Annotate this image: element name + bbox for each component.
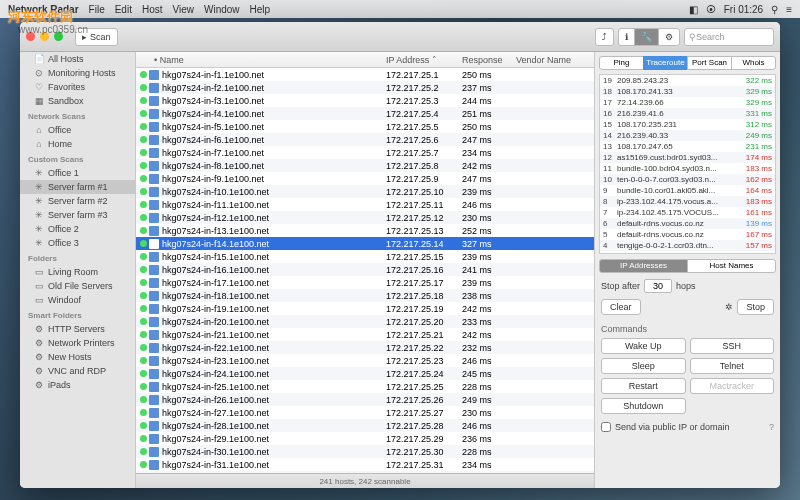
host-row[interactable]: hkg07s24-in-f22.1e100.net172.217.25.2223… — [136, 341, 594, 354]
sidebar-item[interactable]: ⚙VNC and RDP — [20, 364, 135, 378]
host-row[interactable]: hkg07s24-in-f25.1e100.net172.217.25.2522… — [136, 380, 594, 393]
sidebar-item[interactable]: 📄All Hosts — [20, 52, 135, 66]
host-row[interactable]: hkg07s24-in-f23.1e100.net172.217.25.2324… — [136, 354, 594, 367]
menu-edit[interactable]: Edit — [115, 4, 132, 15]
host-row[interactable]: hkg07s24-in-f14.1e100.net172.217.25.1432… — [136, 237, 594, 250]
trace-row[interactable]: 19209.85.243.23322 ms — [600, 75, 775, 86]
ssh-button[interactable]: SSH — [690, 338, 775, 354]
settings-tab-button[interactable]: ⚙ — [658, 28, 680, 46]
sidebar-item[interactable]: ♡Favorites — [20, 80, 135, 94]
shutdown-button[interactable]: Shutdown — [601, 398, 686, 414]
col-ip[interactable]: IP Address ˄ — [386, 55, 462, 65]
menubar-icon[interactable]: ◧ — [689, 4, 698, 15]
host-row[interactable]: hkg07s24-in-f6.1e100.net172.217.25.6247 … — [136, 133, 594, 146]
wakeup-button[interactable]: Wake Up — [601, 338, 686, 354]
seg-host-names[interactable]: Host Names — [687, 259, 776, 273]
restart-button[interactable]: Restart — [601, 378, 686, 394]
sidebar-item[interactable]: ⌂Home — [20, 137, 135, 151]
host-row[interactable]: hkg07s24-in-f26.1e100.net172.217.25.2624… — [136, 393, 594, 406]
sidebar-item[interactable]: ✳Office 2 — [20, 222, 135, 236]
trace-row[interactable]: 16216.239.41.6331 ms — [600, 108, 775, 119]
sidebar-item[interactable]: ✳Server farm #3 — [20, 208, 135, 222]
col-vendor[interactable]: Vendor Name — [516, 55, 594, 65]
sidebar-item[interactable]: ⊙Monitoring Hosts — [20, 66, 135, 80]
clear-button[interactable]: Clear — [601, 299, 641, 315]
menu-icon[interactable]: ≡ — [786, 4, 792, 15]
host-row[interactable]: hkg07s24-in-f8.1e100.net172.217.25.8242 … — [136, 159, 594, 172]
sidebar-item[interactable]: ⌂Office — [20, 123, 135, 137]
host-row[interactable]: hkg07s24-in-f21.1e100.net172.217.25.2124… — [136, 328, 594, 341]
menu-view[interactable]: View — [173, 4, 195, 15]
trace-row[interactable]: 18108.170.241.33329 ms — [600, 86, 775, 97]
search-input[interactable]: ⚲ Search — [684, 28, 774, 46]
menu-host[interactable]: Host — [142, 4, 163, 15]
help-icon[interactable]: ? — [769, 422, 774, 432]
hops-input[interactable] — [644, 279, 672, 293]
trace-row[interactable]: 10ten-0-0-0-7.cor03.syd03.n...162 ms — [600, 174, 775, 185]
host-row[interactable]: hkg07s24-in-f24.1e100.net172.217.25.2424… — [136, 367, 594, 380]
inspector-tab-ping[interactable]: Ping — [599, 56, 644, 70]
menu-file[interactable]: File — [89, 4, 105, 15]
trace-row[interactable]: 12as15169.cust.bdr01.syd03...174 ms — [600, 152, 775, 163]
info-tab-button[interactable]: ℹ — [618, 28, 635, 46]
host-row[interactable]: hkg07s24-in-f10.1e100.net172.217.25.1023… — [136, 185, 594, 198]
tools-tab-button[interactable]: 🔧 — [634, 28, 659, 46]
host-row[interactable]: hkg07s24-in-f17.1e100.net172.217.25.1723… — [136, 276, 594, 289]
host-row[interactable]: hkg07s24-in-f9.1e100.net172.217.25.9247 … — [136, 172, 594, 185]
wifi-icon[interactable]: ⦿ — [706, 4, 716, 15]
sidebar-item[interactable]: ✳Office 3 — [20, 236, 135, 250]
host-row[interactable]: hkg07s24-in-f5.1e100.net172.217.25.5250 … — [136, 120, 594, 133]
menu-window[interactable]: Window — [204, 4, 240, 15]
trace-row[interactable]: 5default-rdns.vocus.co.nz167 ms — [600, 229, 775, 240]
sidebar-item[interactable]: ✳Server farm #2 — [20, 194, 135, 208]
sidebar-item[interactable]: ▭Old File Servers — [20, 279, 135, 293]
trace-row[interactable]: 7ip-234.102.45.175.VOCUS...161 ms — [600, 207, 775, 218]
host-row[interactable]: hkg07s24-in-f3.1e100.net172.217.25.3244 … — [136, 94, 594, 107]
sleep-button[interactable]: Sleep — [601, 358, 686, 374]
trace-row[interactable]: 14216.239.40.33249 ms — [600, 130, 775, 141]
host-row[interactable]: hkg07s24-in-f13.1e100.net172.217.25.1325… — [136, 224, 594, 237]
host-row[interactable]: hkg07s24-in-f2.1e100.net172.217.25.2237 … — [136, 81, 594, 94]
col-name[interactable]: • Name — [136, 55, 386, 65]
trace-row[interactable]: 11bundle-100.bdr04.syd03.n...183 ms — [600, 163, 775, 174]
traceroute-list[interactable]: 19209.85.243.23322 ms18108.170.241.33329… — [599, 74, 776, 254]
sidebar-item[interactable]: ▭Windoof — [20, 293, 135, 307]
trace-row[interactable]: 8ip-233.102.44.175.vocus.a...183 ms — [600, 196, 775, 207]
trace-row[interactable]: 9bundle-10.cor01.akl05.akl...164 ms — [600, 185, 775, 196]
sidebar-item[interactable]: ✳Office 1 — [20, 166, 135, 180]
trace-row[interactable]: 13108.170.247.65231 ms — [600, 141, 775, 152]
host-row[interactable]: hkg07s24-in-f18.1e100.net172.217.25.1823… — [136, 289, 594, 302]
mactracker-button[interactable]: Mactracker — [690, 378, 775, 394]
inspector-tab-whois[interactable]: Whois — [731, 56, 776, 70]
sidebar-item[interactable]: ▭Living Room — [20, 265, 135, 279]
spotlight-icon[interactable]: ⚲ — [771, 4, 778, 15]
inspector-tab-portscan[interactable]: Port Scan — [687, 56, 732, 70]
stop-button[interactable]: Stop — [737, 299, 774, 315]
sidebar-item[interactable]: ✳Server farm #1 — [20, 180, 135, 194]
menu-help[interactable]: Help — [250, 4, 271, 15]
send-public-checkbox[interactable]: Send via public IP or domain ? — [601, 422, 774, 432]
inspector-tab-traceroute[interactable]: Traceroute — [643, 56, 688, 70]
col-response[interactable]: Response — [462, 55, 516, 65]
trace-row[interactable]: 4tengige-0-0-2-1.ccr03.dtn...157 ms — [600, 240, 775, 251]
host-row[interactable]: hkg07s24-in-f1.1e100.net172.217.25.1250 … — [136, 68, 594, 81]
telnet-button[interactable]: Telnet — [690, 358, 775, 374]
sidebar-item[interactable]: ⚙iPads — [20, 378, 135, 392]
trace-row[interactable]: 1772.14.239.66329 ms — [600, 97, 775, 108]
host-row[interactable]: hkg07s24-in-f15.1e100.net172.217.25.1523… — [136, 250, 594, 263]
host-row[interactable]: hkg07s24-in-f19.1e100.net172.217.25.1924… — [136, 302, 594, 315]
host-row[interactable]: hkg07s24-in-f20.1e100.net172.217.25.2023… — [136, 315, 594, 328]
sidebar-item[interactable]: ⚙HTTP Servers — [20, 322, 135, 336]
host-row[interactable]: hkg07s24-in-f29.1e100.net172.217.25.2923… — [136, 432, 594, 445]
trace-row[interactable]: 6default-rdns.vocus.co.nz139 ms — [600, 218, 775, 229]
host-row[interactable]: hkg07s24-in-f16.1e100.net172.217.25.1624… — [136, 263, 594, 276]
host-row[interactable]: hkg07s24-in-f28.1e100.net172.217.25.2824… — [136, 419, 594, 432]
host-row[interactable]: hkg07s24-in-f11.1e100.net172.217.25.1124… — [136, 198, 594, 211]
host-row[interactable]: hkg07s24-in-f12.1e100.net172.217.25.1223… — [136, 211, 594, 224]
share-button[interactable]: ⤴ — [595, 28, 614, 46]
sidebar-item[interactable]: ⚙Network Printers — [20, 336, 135, 350]
host-row[interactable]: hkg07s24-in-f30.1e100.net172.217.25.3022… — [136, 445, 594, 458]
column-headers[interactable]: • Name IP Address ˄ Response Vendor Name — [136, 52, 594, 68]
host-row[interactable]: hkg07s24-in-f31.1e100.net172.217.25.3123… — [136, 458, 594, 471]
sidebar-item[interactable]: ▦Sandbox — [20, 94, 135, 108]
